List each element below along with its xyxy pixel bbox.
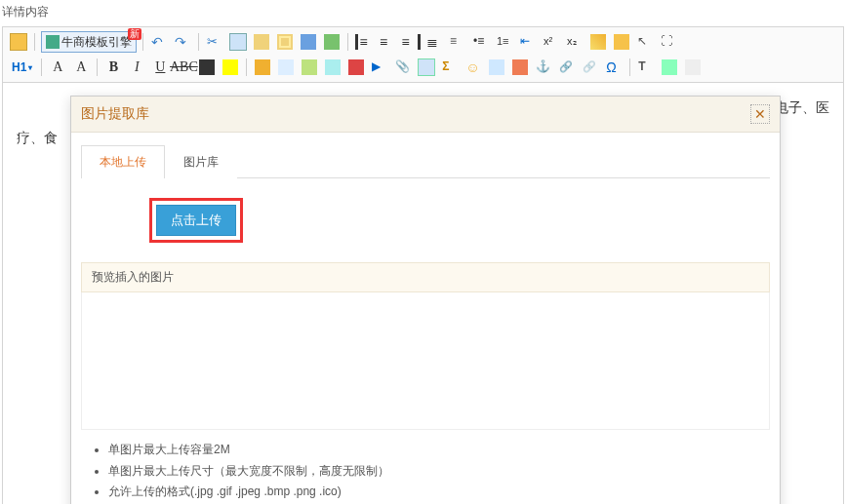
attachment-icon[interactable]: [392, 57, 414, 78]
baidu-map-icon[interactable]: [486, 57, 507, 78]
font-color-icon[interactable]: [196, 57, 218, 78]
sum-icon[interactable]: [439, 57, 461, 78]
insert-image-icon[interactable]: [321, 31, 342, 53]
back-color-icon[interactable]: [220, 57, 241, 78]
align-center-icon[interactable]: [377, 31, 398, 53]
cloud2-icon[interactable]: [275, 57, 297, 78]
outdent-icon[interactable]: [517, 31, 539, 53]
align-right-icon[interactable]: [400, 31, 422, 53]
undo-icon[interactable]: [148, 31, 170, 53]
cut-icon[interactable]: [204, 31, 225, 53]
tip-item: 允许上传的格式(.jpg .gif .jpeg .bmp .png .ico): [108, 482, 766, 503]
media-icon[interactable]: [369, 57, 390, 78]
ordered-list-icon[interactable]: [494, 31, 515, 53]
template-icon: [46, 35, 60, 49]
image2-icon[interactable]: [299, 57, 320, 78]
table-icon[interactable]: [416, 57, 437, 78]
special-char-icon[interactable]: [603, 57, 624, 78]
editor-toolbar: 牛商模板引擎 新: [3, 27, 843, 83]
select-all-icon[interactable]: [634, 31, 656, 53]
dialog-title: 图片提取库: [81, 105, 149, 123]
font-family-icon[interactable]: A: [47, 57, 68, 78]
fullscreen-icon[interactable]: [658, 31, 679, 53]
clear-format-icon[interactable]: [587, 31, 609, 53]
tab-image-library[interactable]: 图片库: [165, 145, 237, 178]
preview-header: 预览插入的图片: [81, 262, 770, 292]
preview-area: [81, 292, 770, 430]
underline-icon[interactable]: U: [149, 57, 171, 78]
align-left-icon[interactable]: [353, 31, 375, 53]
cloud-image-icon[interactable]: [252, 57, 273, 78]
superscript-icon[interactable]: [541, 31, 562, 53]
screenshot-icon[interactable]: [659, 57, 680, 78]
italic-icon[interactable]: I: [126, 57, 147, 78]
tab-local-upload[interactable]: 本地上传: [81, 145, 165, 178]
new-badge: 新: [128, 28, 141, 40]
emoji-icon[interactable]: [463, 57, 484, 78]
upload-tips: 单图片最大上传容量2M 单图片最大上传尺寸（最大宽度不限制，高度无限制） 允许上…: [81, 430, 770, 503]
subscript-icon[interactable]: [564, 31, 585, 53]
unlink-icon[interactable]: [580, 57, 601, 78]
strike-icon[interactable]: ABC: [173, 57, 194, 78]
template-label: 牛商模板引擎: [61, 34, 132, 51]
heading-dropdown[interactable]: H1▾: [8, 57, 36, 78]
plain-text-icon[interactable]: [635, 57, 657, 78]
line-height-icon[interactable]: [447, 31, 468, 53]
copy-icon[interactable]: [227, 31, 249, 53]
link-icon[interactable]: [556, 57, 578, 78]
anchor-icon[interactable]: [533, 57, 554, 78]
bold-icon[interactable]: B: [102, 57, 124, 78]
tip-item: 单图片最大上传容量2M: [108, 440, 766, 461]
multi-image-icon[interactable]: [322, 57, 343, 78]
tip-item: 单图片最大上传尺寸（最大宽度不限制，高度无限制）: [108, 461, 766, 483]
google-map-icon[interactable]: [509, 57, 531, 78]
paste-text-icon[interactable]: [274, 31, 296, 53]
upload-button[interactable]: 点击上传: [156, 205, 236, 236]
font-size-icon[interactable]: A: [70, 57, 92, 78]
flash-icon[interactable]: [345, 57, 367, 78]
source-icon[interactable]: [8, 31, 29, 53]
redo-icon[interactable]: [172, 31, 193, 53]
paste-icon[interactable]: [251, 31, 272, 53]
unordered-list-icon[interactable]: [470, 31, 492, 53]
upload-highlight: 点击上传: [149, 198, 243, 243]
align-justify-icon[interactable]: [423, 31, 445, 53]
close-icon[interactable]: ✕: [750, 104, 770, 124]
quick-format-icon[interactable]: [611, 31, 632, 53]
help-icon[interactable]: [682, 57, 704, 78]
paste-word-icon[interactable]: [298, 31, 319, 53]
dialog-tabs: 本地上传 图片库: [81, 144, 770, 178]
template-engine-button[interactable]: 牛商模板引擎 新: [41, 31, 137, 53]
section-label: 详情内容: [0, 0, 846, 26]
image-library-dialog: 图片提取库 ✕ 本地上传 图片库 点击上传 预览插入的图片 单图片最大上传容量2…: [70, 96, 781, 504]
